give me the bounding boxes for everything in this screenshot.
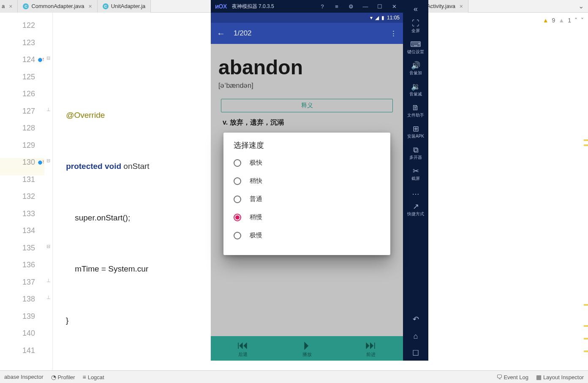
speed-dialog: 选择速度 极快 稍快 普通 稍慢 极慢 <box>223 133 390 255</box>
emulator-titlebar[interactable]: ᴎOX 夜神模拟器 7.0.3.5 ? ≡ ⚙ — ☐ ✕ <box>211 0 403 13</box>
line-num[interactable]: 123 <box>0 38 44 56</box>
line-num[interactable]: 122 <box>0 21 44 38</box>
speed-option-3[interactable]: 稍慢 <box>228 208 386 226</box>
fold-marker[interactable]: ⊥ <box>44 278 52 295</box>
tab-2[interactable]: CUnitAdapter.ja <box>98 0 151 13</box>
android-statusbar: ▾ ◢ ▮ 11:05 <box>211 13 403 23</box>
radio-icon <box>234 196 241 203</box>
line-num[interactable]: 128 <box>0 124 44 141</box>
side-voldown[interactable]: 🔉音量减 <box>403 80 428 100</box>
tab-label: a <box>2 3 5 9</box>
speed-option-2[interactable]: 普通 <box>228 190 386 208</box>
line-num[interactable]: 135 <box>0 244 44 261</box>
line-num[interactable]: 132 <box>0 192 44 209</box>
close-icon[interactable]: × <box>460 3 463 10</box>
line-num[interactable]: 133 <box>0 209 44 227</box>
line-num[interactable]: 136 <box>0 261 44 278</box>
speed-option-0[interactable]: 极快 <box>228 154 386 172</box>
toolwin-eventlog[interactable]: 🗨 Event Log <box>496 374 528 380</box>
emulator-title: 夜神模拟器 7.0.3.5 <box>232 3 274 10</box>
side-screenshot[interactable]: ✂截屏 <box>403 165 428 184</box>
toolwin-profiler[interactable]: ◔ Profiler <box>51 374 75 380</box>
help-icon[interactable]: ? <box>318 3 327 10</box>
close-icon[interactable]: × <box>88 3 92 10</box>
side-expand[interactable]: « <box>403 3 428 15</box>
keyboard-icon: ⌨ <box>410 41 421 48</box>
line-num[interactable]: 124 <box>0 55 44 73</box>
close-icon[interactable]: ✕ <box>389 3 399 10</box>
line-num[interactable]: 138 <box>0 295 44 312</box>
dialog-overlay[interactable]: 选择速度 极快 稍快 普通 稍慢 极慢 <box>211 44 403 361</box>
line-num[interactable]: 129 <box>0 141 44 158</box>
volume-down-icon: 🔉 <box>411 83 420 90</box>
battery-icon: ▮ <box>381 15 384 21</box>
maximize-icon[interactable]: ☐ <box>375 3 384 10</box>
chevron-up-icon[interactable]: ˄ <box>574 17 577 24</box>
line-num[interactable]: 130 <box>0 158 44 175</box>
status-bar: abase Inspector ◔ Profiler ≡ Logcat 🗨 Ev… <box>0 370 588 383</box>
minimize-icon[interactable]: — <box>361 3 370 10</box>
line-num[interactable]: 125 <box>0 73 44 90</box>
line-num[interactable]: 127 <box>0 107 44 124</box>
override-marker-icon[interactable] <box>37 159 44 166</box>
eventlog-icon: 🗨 <box>496 374 504 380</box>
play-button[interactable]: ⏵播放 <box>275 336 339 361</box>
next-button[interactable]: ⏭前进 <box>339 336 403 361</box>
profiler-icon: ◔ <box>51 374 58 380</box>
java-icon: C <box>23 3 29 9</box>
side-volup[interactable]: 🔊音量加 <box>403 59 428 79</box>
next-icon: ⏭ <box>365 340 376 350</box>
prev-button[interactable]: ⏮后退 <box>211 336 275 361</box>
page-position: 1/202 <box>234 29 252 38</box>
radio-icon <box>234 159 241 167</box>
tab-1[interactable]: CCommonAdapter.java× <box>18 0 97 13</box>
toolwin-layoutinspector[interactable]: ▦ Layout Inspector <box>536 374 584 380</box>
annotation: @Override <box>66 111 105 120</box>
inspection-status[interactable]: ▲9 ▲1 ˄ ˅ <box>543 17 584 24</box>
tabs-dropdown-icon[interactable]: ⌄ <box>574 2 588 10</box>
line-num[interactable]: 134 <box>0 226 44 244</box>
nav-back[interactable]: ↶ <box>403 312 428 327</box>
settings-icon[interactable]: ⚙ <box>346 3 356 10</box>
menu-icon[interactable]: ≡ <box>332 3 341 10</box>
line-num[interactable]: 141 <box>0 346 44 364</box>
fold-marker[interactable]: ⊟ <box>44 55 52 73</box>
line-num[interactable]: 139 <box>0 312 44 329</box>
error-stripe[interactable] <box>584 30 588 370</box>
line-num[interactable]: 140 <box>0 329 44 346</box>
toolwin-logcat[interactable]: ≡ Logcat <box>83 374 104 380</box>
scissors-icon: ✂ <box>413 167 419 175</box>
radio-selected-icon <box>234 214 241 221</box>
toolwin-db-inspector[interactable]: abase Inspector <box>4 374 44 380</box>
fold-marker[interactable]: ⊟ <box>44 244 52 261</box>
line-num[interactable]: 131 <box>0 175 44 193</box>
side-apk[interactable]: ⊞安装APK <box>403 122 428 142</box>
fullscreen-icon: ⛶ <box>412 19 419 27</box>
nav-recent[interactable]: ☐ <box>403 345 428 361</box>
side-multi[interactable]: ⧉多开器 <box>403 144 428 163</box>
nav-home[interactable]: ⌂ <box>403 329 428 344</box>
line-num[interactable]: 126 <box>0 90 44 107</box>
side-shortcut[interactable]: ↗快捷方式 <box>403 200 428 220</box>
multi-icon: ⧉ <box>413 146 419 154</box>
close-icon[interactable]: × <box>9 3 12 10</box>
side-files[interactable]: 🗎文件助手 <box>403 101 428 121</box>
back-arrow-icon[interactable]: ← <box>217 29 225 38</box>
speed-option-4[interactable]: 极慢 <box>228 226 386 244</box>
app-toolbar: ← 1/202 ⋮ <box>211 23 403 44</box>
fold-marker[interactable]: ⊟ <box>44 158 52 175</box>
side-more[interactable]: … <box>403 186 428 198</box>
overflow-menu-icon[interactable]: ⋮ <box>390 29 397 38</box>
weak-warning-icon: ▲ <box>558 17 564 24</box>
chevron-down-icon[interactable]: ˅ <box>581 17 584 24</box>
signal-icon: ◢ <box>375 15 379 21</box>
speed-option-1[interactable]: 稍快 <box>228 172 386 190</box>
fold-marker[interactable]: ⊥ <box>44 295 52 312</box>
tab-0[interactable]: a× <box>0 0 18 13</box>
override-marker-icon[interactable] <box>37 57 44 63</box>
fold-marker[interactable]: ⊥ <box>44 107 52 124</box>
tab-label: UnitAdapter.ja <box>111 3 146 9</box>
side-keymap[interactable]: ⌨键位设置 <box>403 38 428 57</box>
side-fullscreen[interactable]: ⛶全屏 <box>403 17 428 36</box>
line-num[interactable]: 137 <box>0 278 44 295</box>
